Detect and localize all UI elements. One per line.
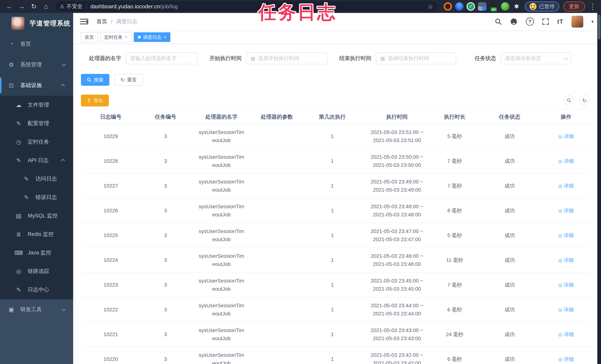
- sidebar-item[interactable]: ▤MySQL 监控: [0, 207, 73, 225]
- filter-form: 处理器的名字 开始执行时间 结束执行时间: [81, 52, 591, 64]
- github-icon[interactable]: [510, 18, 518, 26]
- sidebar-item[interactable]: ✎错误日志: [0, 188, 73, 207]
- sidebar-item[interactable]: ✎访问日志: [0, 170, 73, 188]
- sidebar-item-label: 文件管理: [28, 101, 49, 109]
- task-status-cell: 成功: [479, 281, 541, 288]
- sidebar-item[interactable]: ✎配置管理: [0, 114, 73, 133]
- eye-icon: [558, 257, 562, 263]
- breadcrumb-home[interactable]: 首页: [96, 18, 107, 25]
- task-status-cell: 成功: [479, 207, 541, 214]
- task-status-select-field[interactable]: [505, 55, 562, 61]
- table-row: 102283sysUserSessionTimeoutJob12021-05-0…: [81, 149, 591, 174]
- tag-item[interactable]: 定时任务×: [100, 32, 131, 42]
- tag-active[interactable]: 调度日志×: [134, 32, 170, 42]
- orange-ring-extension-icon[interactable]: [444, 2, 452, 11]
- detail-link[interactable]: 详细: [558, 306, 574, 313]
- avatar-caret-icon[interactable]: [591, 19, 594, 24]
- sidebar-logo-row[interactable]: 芋道管理系统: [0, 13, 73, 34]
- detail-link[interactable]: 详细: [558, 158, 574, 164]
- scrollbar-thumb[interactable]: [598, 14, 601, 39]
- start-time-picker[interactable]: [246, 52, 327, 64]
- sidebar-item[interactable]: ✎API 日志: [0, 151, 73, 170]
- green-check-extension-icon[interactable]: ✓: [467, 2, 475, 11]
- bookmark-star-icon[interactable]: ☆: [428, 3, 433, 10]
- detail-link-label: 详细: [564, 331, 574, 338]
- tag-close-icon[interactable]: ×: [125, 35, 128, 40]
- sidebar-item[interactable]: ⊡基础设施: [0, 75, 73, 96]
- tag-close-icon[interactable]: ×: [164, 35, 166, 40]
- detail-link[interactable]: 详细: [558, 257, 574, 263]
- help-icon[interactable]: [526, 18, 534, 26]
- task-status-select[interactable]: [501, 52, 572, 64]
- sidebar-item-label: 基础设施: [20, 82, 42, 89]
- sidebar-item-label: 研发工具: [20, 306, 42, 313]
- browser-reload-icon[interactable]: ↻: [29, 1, 39, 11]
- detail-link[interactable]: 详细: [558, 133, 574, 140]
- log-id-cell: 10221: [81, 332, 140, 337]
- eye-icon: [558, 356, 562, 362]
- sidebar-item[interactable]: ✎日志中心: [0, 281, 73, 299]
- address-bar[interactable]: ⚠ 不安全 dashboard.yudao.iocoder.cn/job/log…: [56, 1, 437, 11]
- security-label[interactable]: 不安全: [67, 3, 83, 10]
- font-size-icon[interactable]: [557, 18, 563, 25]
- detail-link[interactable]: 详细: [558, 331, 574, 338]
- table-row: 102273sysUserSessionTimeoutJob12021-05-0…: [81, 174, 591, 198]
- url-host: dashboard.yudao.iocoder.cn: [90, 3, 160, 10]
- filter-label: 任务状态: [475, 55, 496, 62]
- hamburger-icon[interactable]: [80, 18, 88, 25]
- tags-view-bar: 首页定时任务×调度日志×: [73, 31, 601, 44]
- sidebar-item[interactable]: ≣Redis 监控: [0, 225, 73, 243]
- execute-count-cell: 1: [301, 307, 363, 313]
- calendar-icon: [250, 55, 255, 61]
- reset-button[interactable]: 重置: [114, 74, 143, 86]
- sidebar-item[interactable]: ⌨Java 监控: [0, 243, 73, 262]
- sidebar-item-label: Java 监控: [28, 249, 51, 256]
- sidebar-item[interactable]: ◷定时任务: [0, 133, 73, 151]
- sidebar-item-label: 定时任务: [28, 138, 49, 146]
- grid-extension-icon[interactable]: [478, 2, 486, 11]
- detail-link[interactable]: 详细: [558, 182, 574, 189]
- detail-link[interactable]: 详细: [558, 282, 574, 288]
- browser-update-button[interactable]: 更新: [563, 1, 585, 11]
- sidebar-item[interactable]: ◎链路追踪: [0, 262, 73, 281]
- end-time-picker[interactable]: [376, 52, 456, 64]
- duration-cell: 5 毫秒: [431, 232, 479, 239]
- user-avatar[interactable]: [571, 16, 583, 28]
- export-button[interactable]: 导出: [81, 95, 109, 106]
- browser-forward-icon[interactable]: →: [17, 1, 27, 11]
- browser-back-icon[interactable]: ←: [4, 1, 14, 11]
- sidebar-item[interactable]: ⚙系统管理: [0, 54, 73, 75]
- operation-cell: 详细: [541, 133, 591, 140]
- reset-button-label: 重置: [127, 77, 137, 83]
- detail-link[interactable]: 详细: [558, 207, 574, 214]
- url-text[interactable]: dashboard.yudao.iocoder.cn/job/log: [90, 3, 425, 10]
- search-button[interactable]: 搜索: [81, 74, 109, 86]
- sidebar-item[interactable]: ▣研发工具: [0, 299, 73, 320]
- header-search-icon[interactable]: [495, 18, 502, 25]
- detail-link-label: 详细: [564, 257, 574, 263]
- execute-time-cell: 2021-05-03 23:47:00 ~2021-05-03 23:47:00: [363, 227, 431, 243]
- blue-drop-extension-icon[interactable]: [455, 2, 463, 11]
- leaf-extension-icon[interactable]: [501, 2, 509, 11]
- browser-profile-chip[interactable]: 已暂停: [525, 1, 559, 11]
- tag-item[interactable]: 首页: [80, 32, 98, 42]
- fullscreen-icon[interactable]: [542, 18, 549, 25]
- refresh-table-button[interactable]: [579, 95, 590, 106]
- calendar-icon: [380, 55, 385, 61]
- browser-home-icon[interactable]: ⌂: [41, 1, 51, 11]
- handler-name-input[interactable]: [126, 52, 198, 64]
- browser-menu-icon[interactable]: [589, 2, 597, 11]
- toggle-search-button[interactable]: [564, 95, 574, 106]
- task-id-cell: 3: [140, 133, 190, 139]
- detail-link[interactable]: 详细: [558, 232, 574, 239]
- access-log-icon: ✎: [22, 175, 31, 182]
- timer-icon: ◷: [14, 139, 23, 145]
- puzzle-extension-icon[interactable]: ✱: [512, 2, 521, 11]
- handler-name-input-field[interactable]: [130, 55, 193, 61]
- detail-link[interactable]: 详细: [558, 356, 574, 363]
- sidebar-item[interactable]: ☁文件管理: [0, 96, 73, 114]
- start-time-input-field[interactable]: [258, 55, 323, 61]
- sidebar-item[interactable]: ◔首页: [0, 34, 73, 54]
- end-time-input-field[interactable]: [388, 55, 452, 61]
- tampermonkey-extension-icon[interactable]: on: [489, 2, 498, 11]
